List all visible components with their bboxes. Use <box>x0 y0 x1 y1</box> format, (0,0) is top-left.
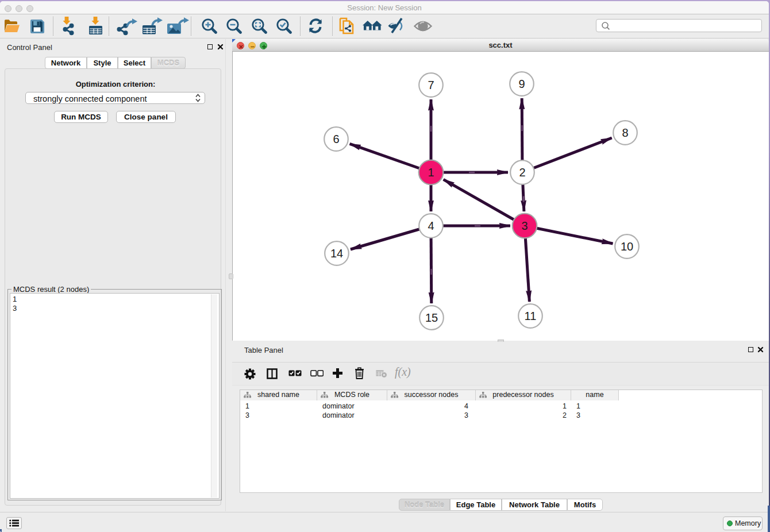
svg-text:9: 9 <box>518 78 525 90</box>
svg-text:3: 3 <box>521 219 528 232</box>
svg-text:7: 7 <box>428 79 434 91</box>
svg-text:6: 6 <box>333 133 339 145</box>
svg-text:10: 10 <box>621 240 633 253</box>
svg-text:8: 8 <box>622 126 628 139</box>
svg-text:1: 1 <box>428 166 434 179</box>
svg-text:11: 11 <box>525 310 537 322</box>
svg-text:2: 2 <box>519 166 525 179</box>
svg-text:4: 4 <box>428 219 434 232</box>
svg-text:14: 14 <box>330 247 343 260</box>
svg-text:15: 15 <box>425 311 438 324</box>
